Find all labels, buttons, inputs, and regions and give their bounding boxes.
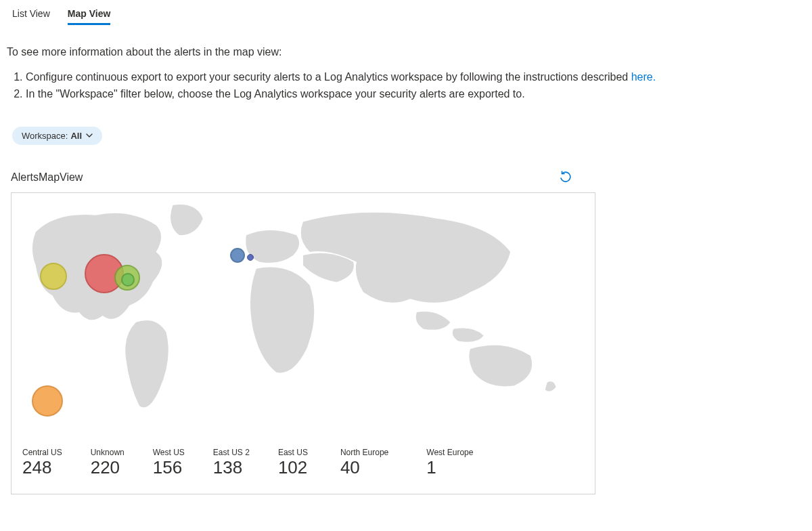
map-bubble-west-us[interactable] — [40, 263, 67, 290]
filters-row: Workspace: All — [0, 104, 812, 145]
stat-west-us[interactable]: West US 156 — [153, 448, 185, 476]
chevron-down-icon — [86, 132, 93, 139]
stat-label: Unknown — [91, 448, 125, 457]
undo-icon[interactable] — [558, 169, 574, 186]
map-bubble-north-europe[interactable] — [230, 248, 245, 263]
instructions-here-link[interactable]: here. — [631, 71, 656, 83]
workspace-filter-value: All — [70, 131, 82, 141]
map-bubble-west-europe[interactable] — [247, 254, 254, 261]
map-section-header: AlertsMapView — [0, 145, 585, 190]
world-map[interactable] — [12, 198, 595, 419]
stat-label: Central US — [22, 448, 62, 457]
map-section-title: AlertsMapView — [11, 171, 83, 184]
stat-value: 102 — [278, 459, 308, 476]
workspace-filter-label: Workspace: — [22, 131, 68, 141]
stat-label: East US 2 — [213, 448, 250, 457]
stat-central-us[interactable]: Central US 248 — [22, 448, 62, 476]
instructions-block: To see more information about the alerts… — [0, 25, 812, 102]
map-bubble-east-us[interactable] — [121, 273, 135, 286]
region-stats-row: Central US 248 Unknown 220 West US 156 E… — [12, 441, 595, 494]
stat-value: 40 — [340, 459, 388, 476]
stat-value: 220 — [91, 459, 125, 476]
stat-value: 248 — [22, 459, 62, 476]
stat-value: 138 — [213, 459, 250, 476]
stat-label: East US — [278, 448, 308, 457]
instructions-step-2: In the "Workspace" filter below, choose … — [26, 86, 805, 102]
stat-value: 156 — [153, 459, 185, 476]
instructions-lead: To see more information about the alerts… — [7, 44, 805, 60]
stat-label: West US — [153, 448, 185, 457]
workspace-filter[interactable]: Workspace: All — [12, 127, 102, 145]
stat-unknown[interactable]: Unknown 220 — [91, 448, 125, 476]
instructions-step-1: Configure continuous export to export yo… — [26, 69, 805, 85]
alerts-map-card: Central US 248 Unknown 220 West US 156 E… — [11, 192, 595, 494]
stat-value: 1 — [426, 459, 473, 476]
stat-label: West Europe — [426, 448, 473, 457]
tab-list-view[interactable]: List View — [12, 5, 50, 25]
instructions-step-1-text: Configure continuous export to export yo… — [26, 71, 631, 83]
view-tabs: List View Map View — [0, 0, 812, 25]
tab-map-view[interactable]: Map View — [68, 5, 111, 25]
stat-label: North Europe — [340, 448, 388, 457]
stat-east-us[interactable]: East US 102 — [278, 448, 308, 476]
stat-west-europe[interactable]: West Europe 1 — [426, 448, 473, 476]
map-bubble-unknown[interactable] — [32, 385, 63, 417]
stat-north-europe[interactable]: North Europe 40 — [340, 448, 388, 476]
stat-east-us-2[interactable]: East US 2 138 — [213, 448, 250, 476]
